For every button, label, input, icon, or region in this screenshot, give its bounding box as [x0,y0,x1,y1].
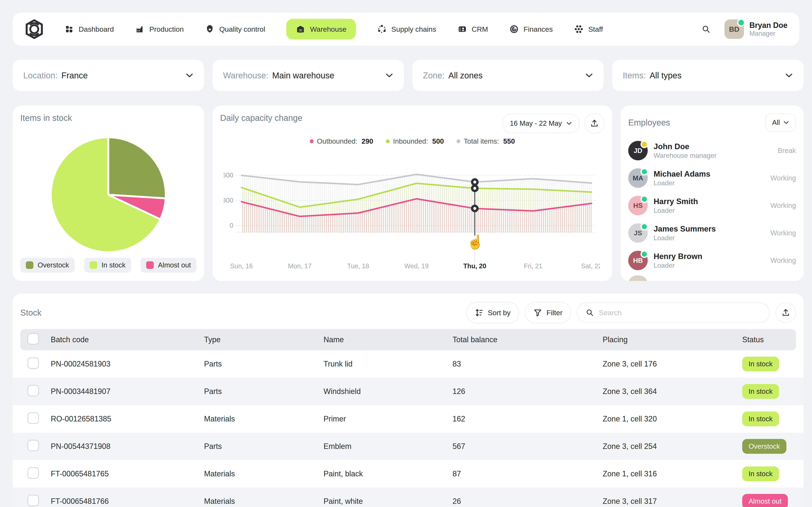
status-dot [641,168,648,176]
user-menu[interactable]: BD Bryan Doe Manager [724,19,788,39]
online-status-dot [737,18,745,26]
status-badge: Almost out [742,494,788,507]
svg-text:☝: ☝ [467,234,484,250]
employee-row[interactable]: JS James Summers Loader Working [628,219,796,247]
table-row[interactable]: RO-00126581385 Materials Primer 162 Zone… [13,405,804,433]
cell-name: Primer [323,414,453,424]
nav-item-dashboard[interactable]: Dashboard [64,24,114,34]
svg-text:600: 600 [223,172,233,179]
employees-card: Employees All JD John Doe Warehouse mana… [621,106,804,281]
legend-dot [457,139,460,143]
capacity-line-chart[interactable]: 6003000☝Sun, 16Mon, 17Tue, 18Wed, 19Thu,… [223,172,600,272]
legend-swatch [26,261,34,269]
export-table-button[interactable] [776,302,796,323]
filter-location[interactable]: Location: France [13,60,204,91]
row-checkbox[interactable] [28,467,39,479]
filter-label: Location: [23,71,57,80]
export-chart-button[interactable] [584,113,605,133]
select-all-checkbox[interactable] [28,333,39,345]
crm-card-icon [457,24,467,34]
search-input[interactable] [598,308,761,317]
cell-placing: Zone 3, cell 364 [603,387,742,396]
warehouse-icon [296,24,305,34]
table-row[interactable]: PN-00544371908 Parts Emblem 567 Zone 3, … [13,433,804,460]
nav-item-finances[interactable]: Finances [509,24,553,34]
cell-placing: Zone 3, cell 254 [603,442,742,451]
nav-item-staff[interactable]: Staff [574,24,603,34]
employees-filter-select[interactable]: All [765,113,796,132]
column-header: Batch code [51,335,204,344]
legend-inbounded: Inbounded: 500 [386,137,444,145]
cell-name: Paint, black [323,469,453,478]
employee-status: Break [778,147,796,155]
filter-button[interactable]: Filter [525,302,571,323]
stock-pie-chart[interactable] [13,133,204,251]
status-badge: In stock [742,411,779,426]
cell-balance: 83 [453,359,603,369]
filter-warehouse[interactable]: Warehouse: Main warehouse [212,60,404,91]
search-button[interactable] [701,24,711,34]
table-row[interactable]: PN-00034481907 Parts Windshield 126 Zone… [13,378,804,405]
nav-item-quality-control[interactable]: Quality control [205,24,265,34]
card-title: Daily capacity change [220,113,302,123]
svg-text:0: 0 [230,222,233,229]
employee-row[interactable]: HB Henry Brown Loader Working [628,247,796,274]
stock-search[interactable] [577,302,770,323]
svg-text:Wed, 19: Wed, 19 [404,262,428,270]
chevron-down-icon [783,121,789,124]
svg-text:Fri, 21: Fri, 21 [524,262,542,270]
nav-label: Quality control [219,25,265,34]
filter-label: Zone: [423,71,445,80]
nav-item-production[interactable]: Production [135,24,184,34]
avatar-initials: MA [633,174,643,182]
avatar: BD [724,19,744,39]
employee-row[interactable]: MA Michael Adams Loader Working [628,164,796,192]
table-row[interactable]: FT-00065481766 Materials Paint, white 26… [13,488,804,507]
employee-role: Loader [654,234,716,242]
cell-batch-code: RO-00126581385 [51,414,204,424]
cell-batch-code: FT-00065481766 [51,497,204,506]
row-checkbox[interactable] [28,440,39,451]
cell-batch-code: PN-00544371908 [51,442,204,451]
row-checkbox[interactable] [28,412,39,424]
avatar-initials: BD [729,25,739,34]
employee-row[interactable]: HS Harry Smith Loader Working [628,192,796,219]
table-row[interactable]: FT-00065481765 Materials Paint, black 87… [13,460,804,488]
legend-total-items: Total items: 550 [457,137,515,145]
column-header: Type [204,335,323,344]
svg-text:Sat, 22: Sat, 22 [581,262,600,270]
date-range-select[interactable]: 16 May - 22 May [502,114,579,133]
row-checkbox[interactable] [28,495,39,506]
filter-zone[interactable]: Zone: All zones [412,60,604,91]
factory-icon [135,24,145,34]
svg-text:Tue, 18: Tue, 18 [347,262,369,270]
dashboard-icon [64,24,74,34]
filter-label: Items: [623,71,646,80]
status-badge: Overstock [742,439,786,454]
filter-items[interactable]: Items: All types [612,60,804,91]
cell-placing: Zone 1, cell 320 [603,414,742,424]
table-row[interactable]: PN-00024581903 Parts Trunk lid 83 Zone 3… [13,350,804,378]
cell-placing: Zone 1, cell 316 [603,469,742,478]
employee-name: Michael Adams [654,169,710,179]
funnel-icon [533,308,542,317]
sort-by-button[interactable]: Sort by [466,302,519,323]
avatar: MA [628,168,648,188]
app-logo-icon[interactable] [24,19,44,39]
avatar: HS [628,196,648,215]
employee-role: Loader [654,262,702,269]
employee-row[interactable]: JD John Doe Warehouse manager Break [628,137,796,164]
cell-type: Materials [204,469,323,478]
status-badge: In stock [742,384,779,399]
user-name: Bryan Doe [749,21,788,30]
cell-type: Parts [204,442,323,451]
avatar-initials: HB [633,257,643,265]
row-checkbox[interactable] [28,357,39,369]
cell-batch-code: PN-00024581903 [51,359,204,369]
nav-item-supply-chains[interactable]: Supply chains [377,24,436,34]
nav-item-crm[interactable]: CRM [457,24,488,34]
row-checkbox[interactable] [28,385,39,396]
nav-item-warehouse[interactable]: Warehouse [286,19,356,40]
nav-label: Production [149,25,184,34]
employee-status: Working [770,174,796,182]
